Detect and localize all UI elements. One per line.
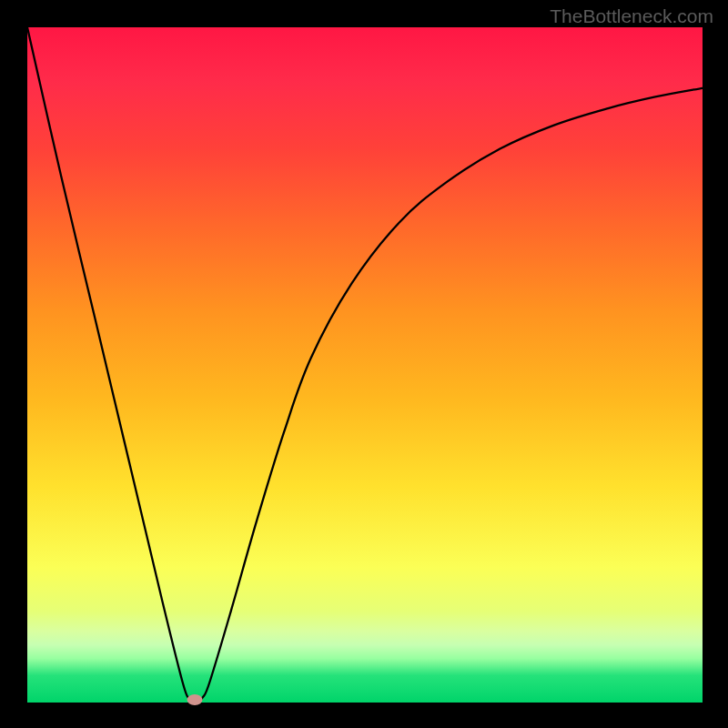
attribution-text: TheBottleneck.com bbox=[550, 5, 713, 27]
chart-svg bbox=[27, 27, 703, 703]
bottleneck-curve bbox=[27, 27, 703, 703]
min-marker bbox=[187, 694, 203, 705]
canvas: TheBottleneck.com bbox=[0, 0, 728, 728]
